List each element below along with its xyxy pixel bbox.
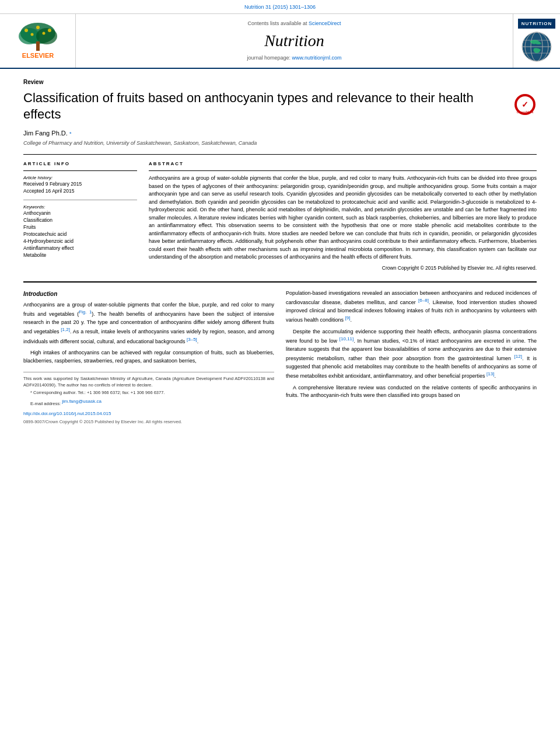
ref35-link[interactable]: [3–5] — [187, 337, 197, 342]
article-title: Classification of fruits based on anthoc… — [23, 90, 505, 123]
svg-point-4 — [24, 29, 28, 32]
crossmark-container: ✓ CrossMark — [513, 93, 537, 118]
abstract-heading: ABSTRACT — [149, 161, 537, 167]
keyword-4: Protocatechuic acid — [23, 231, 137, 238]
article-history: Article history: Received 9 February 201… — [23, 175, 137, 195]
copyright-line: Crown Copyright © 2015 Published by Else… — [149, 265, 537, 272]
globe-icon — [521, 31, 553, 63]
ref12-link[interactable]: [1,2] — [61, 327, 70, 332]
keywords-list: Anthocyanin Classification Fruits Protoc… — [23, 210, 137, 259]
crossmark-icon: ✓ CrossMark — [513, 93, 537, 116]
author-footnote-link[interactable]: * — [69, 131, 72, 137]
svg-point-6 — [48, 29, 51, 32]
body-col-right: Population-based investigations revealed… — [286, 290, 537, 425]
citation-bar: Nutrition 31 (2015) 1301–1306 — [0, 0, 560, 14]
elsevier-logo: ELSEVIER — [0, 14, 76, 68]
svg-point-8 — [42, 32, 45, 34]
svg-point-5 — [36, 26, 40, 29]
citation-text: Nutrition 31 (2015) 1301–1306 — [244, 4, 316, 10]
svg-point-7 — [30, 33, 33, 36]
issn-line: 0899-9007/Crown Copyright © 2015 Publish… — [23, 419, 274, 425]
author-line: Jim Fang Ph.D. * — [23, 129, 537, 138]
svg-text:✓: ✓ — [522, 100, 528, 109]
homepage-link[interactable]: www.nutritionjrnl.com — [292, 55, 342, 61]
footnote2: * Corresponding author. Tel.: +1 306 966… — [23, 390, 274, 396]
sciencedirect-link[interactable]: ScienceDirect — [309, 20, 341, 26]
elsevier-logo-svg: ELSEVIER — [6, 20, 70, 61]
journal-right: NUTRITION — [513, 14, 560, 68]
keyword-5: 4-Hydroxybenzoic acid — [23, 238, 137, 245]
ref1011-link[interactable]: [10,11] — [340, 336, 354, 341]
footnote3: E-mail address: jim.fang@usask.ca — [23, 398, 274, 407]
article-info-abstract: ARTICLE INFO Article history: Received 9… — [23, 161, 537, 272]
journal-header: ELSEVIER Contents lists available at Sci… — [0, 14, 560, 69]
author-affiliation: College of Pharmacy and Nutrition, Unive… — [23, 140, 537, 147]
svg-rect-3 — [36, 41, 40, 51]
body-right-p1: Population-based investigations revealed… — [286, 290, 537, 325]
abstract-text: Anthocyanins are a group of water-solubl… — [149, 175, 537, 262]
ref68-link[interactable]: [6–8] — [418, 298, 429, 303]
body-divider — [23, 281, 537, 283]
body-col-left: Introduction Anthocyanins are a group of… — [23, 290, 274, 425]
journal-center: Contents lists available at ScienceDirec… — [76, 14, 513, 68]
ref12b-link[interactable]: [12] — [514, 354, 522, 359]
keyword-6: Antiinflammatory effect — [23, 245, 137, 252]
keyword-1: Anthocyanin — [23, 210, 137, 217]
body-p2: High intakes of anthocyanins can be achi… — [23, 349, 274, 365]
body-right-p3: A comprehensive literature review was co… — [286, 384, 537, 400]
journal-homepage: journal homepage: www.nutritionjrnl.com — [247, 54, 341, 62]
doi-link[interactable]: http://dx.doi.org/10.1016/j.nut.2015.04.… — [23, 410, 274, 417]
svg-text:CrossMark: CrossMark — [516, 110, 534, 114]
footnote1: This work was supported by Saskatchewan … — [23, 376, 274, 388]
elsevier-text: ELSEVIER — [22, 52, 53, 59]
article-info-heading: ARTICLE INFO — [23, 161, 137, 167]
keyword-7: Metabolite — [23, 252, 137, 259]
journal-title: Nutrition — [264, 29, 324, 52]
footnote-section: This work was supported by Saskatchewan … — [23, 372, 274, 407]
fig1-link[interactable]: Fig. 1 — [79, 309, 92, 315]
body-right-p2: Despite the accumulating evidence suppor… — [286, 328, 537, 381]
page-wrapper: Nutrition 31 (2015) 1301–1306 — [0, 0, 560, 437]
main-content: Review Classification of fruits based on… — [0, 69, 560, 437]
ref9-link[interactable]: [9] — [345, 315, 351, 320]
article-info-col: ARTICLE INFO Article history: Received 9… — [23, 161, 137, 272]
review-label: Review — [23, 78, 537, 86]
contents-line: Contents lists available at ScienceDirec… — [247, 20, 341, 27]
top-divider — [23, 154, 537, 155]
keywords-section: Keywords: Anthocyanin Classification Fru… — [23, 204, 137, 259]
intro-title: Introduction — [23, 290, 274, 298]
article-title-section: Classification of fruits based on anthoc… — [23, 90, 537, 123]
body-p1: Anthocyanins are a group of water-solubl… — [23, 301, 274, 346]
abstract-col: ABSTRACT Anthocyanins are a group of wat… — [149, 161, 537, 272]
keyword-2: Classification — [23, 217, 137, 224]
body-content: Introduction Anthocyanins are a group of… — [23, 290, 537, 425]
ref13-link[interactable]: [13] — [487, 371, 494, 376]
nutrition-badge: NUTRITION — [518, 19, 556, 29]
keyword-3: Fruits — [23, 224, 137, 231]
email-link[interactable]: jim.fang@usask.ca — [62, 399, 102, 404]
